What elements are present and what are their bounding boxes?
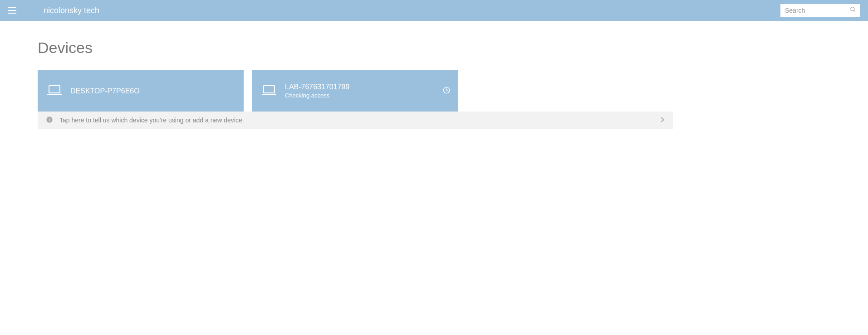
svg-rect-4 [264,86,275,93]
page-title: Devices [38,39,673,57]
device-row: DESKTOP-P7P6E6O LAB-767631701799 Checkin… [38,70,673,112]
clock-icon [443,87,450,96]
device-name: DESKTOP-P7P6E6O [70,87,140,95]
svg-rect-11 [49,119,49,121]
device-info: DESKTOP-P7P6E6O [70,87,140,95]
brand-title: nicolonsky tech [44,6,99,15]
search-wrap [780,4,860,17]
info-banner-text: Tap here to tell us which device you're … [59,117,244,124]
top-bar: nicolonsky tech [0,0,868,21]
hamburger-menu-icon[interactable] [8,7,16,14]
top-bar-left: nicolonsky tech [8,6,99,15]
device-info: LAB-767631701799 Checking access [285,83,349,99]
chevron-right-icon [660,117,665,124]
svg-rect-2 [49,86,60,93]
info-banner[interactable]: Tap here to tell us which device you're … [38,112,673,129]
device-card[interactable]: DESKTOP-P7P6E6O [38,70,244,112]
info-icon [46,116,53,125]
device-name: LAB-767631701799 [285,83,349,91]
search-input[interactable] [780,4,860,17]
main-content: Devices DESKTOP-P7P6E6O [38,21,673,129]
laptop-icon [261,84,277,98]
svg-rect-12 [49,118,49,118]
device-status: Checking access [285,92,349,99]
laptop-icon [47,84,62,98]
device-card[interactable]: LAB-767631701799 Checking access [252,70,458,112]
